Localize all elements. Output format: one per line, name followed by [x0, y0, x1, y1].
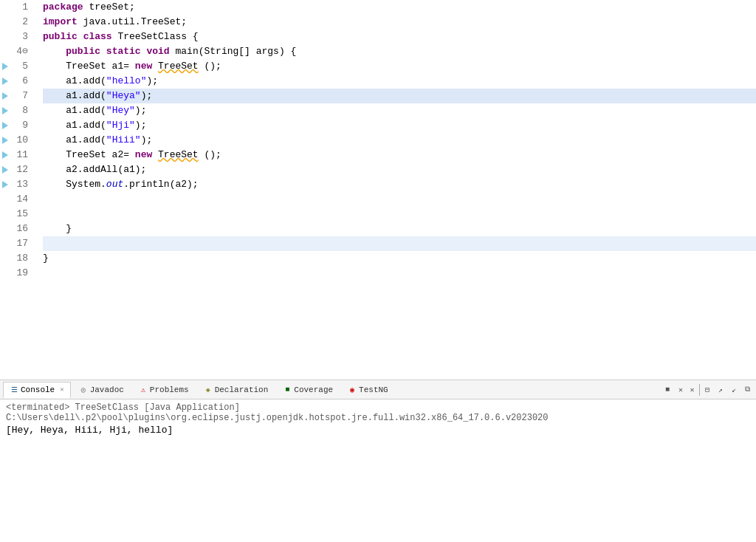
- code-line-18: }: [43, 251, 756, 266]
- code-line-19: [43, 266, 756, 281]
- code-line-13: System.out.println(a2);: [43, 177, 756, 192]
- tab-console-label: Console: [21, 385, 55, 394]
- code-content[interactable]: package treeSet; import java.util.TreeSe…: [37, 0, 756, 380]
- line-num-19: 19: [13, 266, 31, 281]
- toolbar-btn-4[interactable]: ⊟: [701, 384, 713, 396]
- tab-declaration[interactable]: ◈ Declaration: [197, 382, 275, 398]
- indicator-18: [0, 251, 10, 266]
- left-gutter: [0, 0, 10, 380]
- tab-bar: ☰ Console ✕ ◎ Javadoc ⚠ Problems ◈ Decla…: [0, 380, 756, 399]
- line-num-14: 14: [13, 192, 31, 207]
- indicator-14: [0, 192, 10, 207]
- line-num-16: 16: [13, 222, 31, 236]
- problems-icon: ⚠: [139, 385, 148, 394]
- tab-coverage-label: Coverage: [294, 385, 333, 394]
- tab-coverage[interactable]: ■ Coverage: [276, 382, 340, 398]
- indicator-4: [0, 44, 10, 59]
- indicator-11: [0, 148, 10, 162]
- code-line-10: a1.add("Hiii");: [43, 133, 756, 148]
- line-num-18: 18: [13, 251, 31, 266]
- line-num-6: 6: [13, 74, 31, 89]
- line-num-1: 1: [13, 0, 31, 15]
- toolbar-btn-7[interactable]: ⧉: [741, 384, 753, 396]
- tab-problems-label: Problems: [150, 385, 189, 394]
- indicator-15: [0, 207, 10, 222]
- line-num-8: 8: [13, 103, 31, 118]
- code-line-9: a1.add("Hji");: [43, 118, 756, 133]
- tab-javadoc[interactable]: ◎ Javadoc: [72, 382, 131, 398]
- indicator-2: [0, 15, 10, 30]
- code-line-6: a1.add("hello");: [43, 74, 756, 89]
- indicator-1: [0, 0, 10, 15]
- code-line-2: import java.util.TreeSet;: [43, 15, 756, 30]
- line-num-15: 15: [13, 207, 31, 222]
- code-line-12: a2.addAll(a1);: [43, 162, 756, 177]
- code-line-8: a1.add("Hey");: [43, 103, 756, 118]
- code-editor[interactable]: 1 2 3 4⊖ 5 6 7 8 9 10 11 12 13 14 15 16 …: [0, 0, 756, 380]
- line-num-17: 17: [13, 236, 31, 251]
- code-line-11: TreeSet a2= new TreeSet ();: [43, 148, 756, 162]
- line-num-9: 9: [13, 118, 31, 133]
- tab-testng-label: TestNG: [359, 385, 388, 394]
- console-icon: ☰: [10, 385, 18, 394]
- line-num-7: 7: [13, 89, 31, 103]
- code-line-7: a1.add("Heya");: [43, 89, 756, 103]
- line-num-5: 5: [13, 59, 31, 74]
- toolbar-btn-2[interactable]: ✕: [675, 384, 687, 396]
- indicator-5: [0, 59, 10, 74]
- code-line-4: public static void main(String[] args) {: [43, 44, 756, 59]
- indicator-17: [0, 236, 10, 251]
- tab-console[interactable]: ☰ Console ✕: [3, 382, 71, 398]
- coverage-icon: ■: [283, 385, 292, 394]
- console-output-area[interactable]: <terminated> TreeSetClass [Java Applicat…: [0, 399, 756, 542]
- toolbar-btn-1[interactable]: ■: [662, 384, 673, 396]
- javadoc-icon: ◎: [79, 385, 88, 394]
- tab-console-close[interactable]: ✕: [60, 385, 63, 394]
- indicator-10: [0, 133, 10, 148]
- line-num-4: 4⊖: [13, 44, 31, 59]
- line-num-3: 3: [13, 30, 31, 44]
- line-numbers: 1 2 3 4⊖ 5 6 7 8 9 10 11 12 13 14 15 16 …: [10, 0, 37, 380]
- code-line-1: package treeSet;: [43, 0, 756, 15]
- line-num-2: 2: [13, 15, 31, 30]
- terminated-line: <terminated> TreeSetClass [Java Applicat…: [6, 402, 750, 423]
- line-num-13: 13: [13, 177, 31, 192]
- bottom-panel: ☰ Console ✕ ◎ Javadoc ⚠ Problems ◈ Decla…: [0, 380, 756, 542]
- indicator-7: [0, 89, 10, 103]
- tab-javadoc-label: Javadoc: [90, 385, 124, 394]
- declaration-icon: ◈: [204, 385, 213, 394]
- line-num-10: 10: [13, 133, 31, 148]
- tab-testng[interactable]: ◉ TestNG: [341, 382, 395, 398]
- indicator-12: [0, 162, 10, 177]
- code-line-14: [43, 192, 756, 207]
- indicator-19: [0, 266, 10, 281]
- console-output-text: [Hey, Heya, Hiii, Hji, hello]: [6, 425, 750, 436]
- tab-declaration-label: Declaration: [215, 385, 269, 394]
- code-line-17: [43, 236, 756, 251]
- tab-toolbar: ■ ✕ ✕ ⊟ ↗ ↙ ⧉: [662, 384, 753, 396]
- code-line-3: public class TreeSetClass {: [43, 30, 756, 44]
- indicator-6: [0, 74, 10, 89]
- toolbar-btn-3[interactable]: ✕: [688, 384, 700, 396]
- line-num-12: 12: [13, 162, 31, 177]
- code-line-16: }: [43, 222, 756, 236]
- indicator-9: [0, 118, 10, 133]
- code-line-15: [43, 207, 756, 222]
- line-num-11: 11: [13, 148, 31, 162]
- toolbar-btn-5[interactable]: ↗: [715, 384, 726, 396]
- code-line-5: TreeSet a1= new TreeSet ();: [43, 59, 756, 74]
- indicator-3: [0, 30, 10, 44]
- tab-problems[interactable]: ⚠ Problems: [132, 382, 196, 398]
- indicator-13: [0, 177, 10, 192]
- indicator-8: [0, 103, 10, 118]
- toolbar-btn-6[interactable]: ↙: [728, 384, 740, 396]
- testng-icon: ◉: [348, 385, 357, 394]
- indicator-16: [0, 222, 10, 236]
